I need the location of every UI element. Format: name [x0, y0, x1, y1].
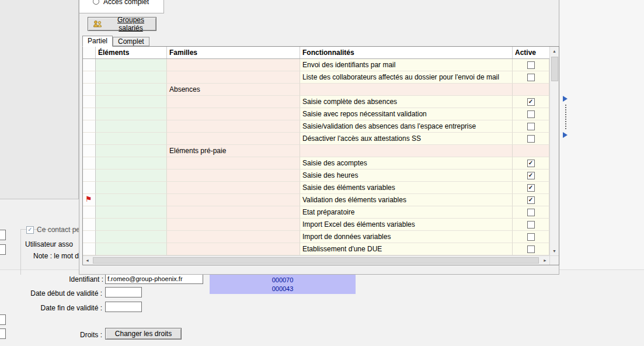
change-rights-button[interactable]: Changer les droits — [105, 328, 182, 340]
access-complet-radio[interactable] — [93, 0, 99, 5]
clipped-input-stub[interactable] — [0, 328, 6, 339]
rights-dialog: Accès complet Groupes salariés Partiel C… — [79, 0, 559, 275]
active-checkbox[interactable] — [527, 123, 535, 130]
active-checkbox[interactable] — [527, 209, 535, 216]
feature-row[interactable]: ⚑Validation des éléments variables✓ — [83, 194, 549, 206]
feature-row[interactable]: Liste des collaborateurs affectés au dos… — [83, 71, 549, 84]
active-checkbox[interactable] — [527, 233, 535, 241]
elements-cell — [96, 108, 167, 120]
active-checkbox[interactable] — [527, 74, 535, 81]
access-complet-radio-label: Accès complet — [103, 0, 149, 6]
feature-row[interactable]: Import Excel des éléments variables — [83, 219, 549, 231]
header-fonctionnalites[interactable]: Fonctionnalités — [300, 47, 513, 58]
row-selector-cell[interactable] — [83, 84, 96, 96]
splitter-arrow-icon[interactable] — [563, 132, 568, 138]
row-selector-cell[interactable] — [83, 71, 96, 84]
row-selector-cell[interactable] — [83, 182, 96, 194]
active-checkbox[interactable] — [527, 61, 535, 69]
date-end-input[interactable] — [105, 302, 142, 312]
scrollbar-corner — [549, 255, 559, 265]
elements-cell — [96, 219, 167, 231]
active-checkbox[interactable]: ✓ — [527, 172, 535, 179]
row-selector-cell[interactable] — [83, 145, 96, 157]
app-window: ✓ Ce contact pe Utilisateur asso Note : … — [0, 0, 644, 346]
row-selector-cell[interactable]: ⚑ — [83, 194, 96, 206]
date-end-label: Date fin de validité : — [26, 304, 102, 312]
header-active[interactable]: Active — [513, 47, 549, 58]
active-cell — [513, 133, 549, 145]
feature-row[interactable]: Import de données variables — [83, 231, 549, 243]
feature-row[interactable]: Désactiver l'accès aux attestations SS — [83, 133, 549, 145]
elements-cell — [96, 145, 167, 157]
user-codes-list[interactable]: 000070 000043 — [210, 275, 356, 294]
feature-row[interactable]: Etat préparatoire — [83, 206, 549, 219]
row-selector-cell[interactable] — [83, 120, 96, 133]
elements-cell — [96, 169, 167, 182]
scroll-right-icon[interactable]: ► — [541, 256, 549, 265]
groupes-salaries-button[interactable]: Groupes salariés — [88, 17, 156, 31]
active-cell — [513, 206, 549, 219]
row-selector-cell[interactable] — [83, 219, 96, 231]
active-cell: ✓ — [513, 182, 549, 194]
active-checkbox[interactable] — [527, 135, 535, 143]
active-checkbox[interactable] — [527, 245, 535, 253]
row-selector-cell[interactable] — [83, 206, 96, 219]
clipped-input-stub[interactable] — [0, 244, 6, 255]
tab-partiel[interactable]: Partiel — [82, 36, 113, 47]
active-cell — [513, 120, 549, 133]
horizontal-scrollbar[interactable]: ◄ ► — [83, 255, 549, 265]
feature-row[interactable]: Saisie avec repos nécessitant validation — [83, 108, 549, 120]
vertical-scrollbar[interactable]: ▲ ▼ — [549, 47, 559, 255]
horizontal-scroll-thumb[interactable] — [93, 257, 539, 264]
active-checkbox[interactable]: ✓ — [527, 160, 535, 167]
row-selector-cell[interactable] — [83, 133, 96, 145]
clipped-input-stub[interactable] — [0, 230, 6, 240]
row-selector-cell[interactable] — [83, 157, 96, 169]
elements-cell — [96, 59, 167, 71]
row-selector-cell[interactable] — [83, 96, 96, 108]
header-selector — [83, 47, 96, 58]
date-start-input[interactable] — [105, 287, 142, 297]
vertical-scroll-thumb[interactable] — [551, 57, 558, 81]
identifiant-input[interactable] — [105, 274, 203, 284]
feature-row[interactable]: Saisie des heures✓ — [83, 169, 549, 182]
fonctionnalite-cell: Saisie des acomptes — [300, 157, 513, 169]
scroll-up-icon[interactable]: ▲ — [550, 47, 559, 56]
row-selector-cell[interactable] — [83, 169, 96, 182]
active-checkbox[interactable]: ✓ — [527, 196, 535, 204]
row-selector-cell[interactable] — [83, 59, 96, 71]
active-checkbox[interactable]: ✓ — [527, 98, 535, 106]
feature-row[interactable]: Saisie/validation des absences dans l'es… — [83, 120, 549, 133]
scroll-left-icon[interactable]: ◄ — [83, 256, 92, 265]
contact-checkbox[interactable]: ✓ — [26, 226, 34, 234]
row-selector-cell[interactable] — [83, 108, 96, 120]
family-row[interactable]: Eléments pré-paie — [83, 145, 549, 157]
active-cell — [513, 71, 549, 84]
row-selector-cell[interactable] — [83, 231, 96, 243]
fonctionnalite-cell: Liste des collaborateurs affectés au dos… — [300, 71, 513, 84]
tab-complet[interactable]: Complet — [113, 37, 149, 46]
feature-row[interactable]: Envoi des identifiants par mail — [83, 59, 549, 71]
splitter-arrow-icon[interactable] — [563, 96, 568, 102]
elements-cell — [96, 243, 167, 255]
active-cell: ✓ — [513, 96, 549, 108]
user-code: 000070 — [272, 276, 294, 285]
active-checkbox[interactable]: ✓ — [527, 184, 535, 192]
active-checkbox[interactable] — [527, 221, 535, 229]
feature-row[interactable]: Etablissement d'une DUE — [83, 243, 549, 255]
header-elements[interactable]: Éléments — [96, 47, 167, 58]
active-cell — [513, 145, 549, 157]
header-familles[interactable]: Familles — [167, 47, 300, 58]
splitter-handle[interactable] — [562, 95, 570, 141]
feature-row[interactable]: Saisie des acomptes✓ — [83, 157, 549, 169]
active-checkbox[interactable] — [527, 110, 535, 118]
family-row[interactable]: Absences — [83, 84, 549, 96]
grid-rows: Envoi des identifiants par mailListe des… — [83, 59, 549, 255]
feature-row[interactable]: Saisie complète des absences✓ — [83, 96, 549, 108]
clipped-input-stub[interactable] — [0, 314, 6, 325]
row-selector-cell[interactable] — [83, 243, 96, 255]
feature-row[interactable]: Saisie des éléments variables✓ — [83, 182, 549, 194]
scroll-down-icon[interactable]: ▼ — [550, 247, 559, 255]
note-label: Note : le mot de — [33, 252, 83, 260]
splitter-grip-dots[interactable] — [565, 105, 566, 129]
